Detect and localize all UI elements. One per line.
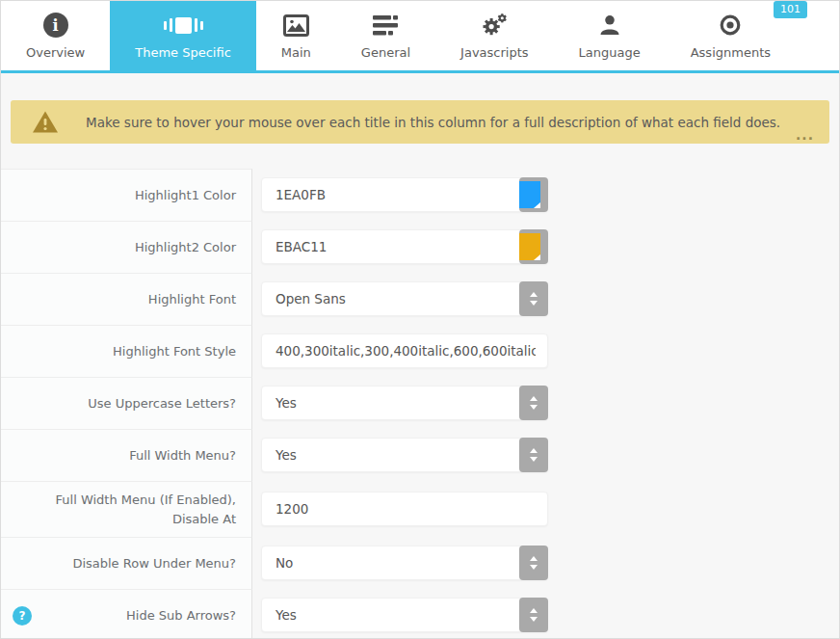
slider-icon: [164, 10, 203, 40]
tab-main[interactable]: Main: [256, 1, 336, 70]
warning-text: Make sure to hover your mouse over each …: [86, 115, 780, 130]
field-label: Full Width Menu?: [1, 429, 252, 481]
gears-icon: [481, 10, 508, 40]
form-row-uppercase-letters: Use Uppercase Letters? Yes: [1, 377, 839, 429]
color-picker-button[interactable]: [519, 229, 548, 264]
form-row-highlight1-color: Highlight1 Color: [1, 169, 839, 221]
user-icon: [598, 10, 621, 40]
tab-general[interactable]: General: [336, 1, 435, 70]
form-row-highlight2-color: Highlight2 Color: [1, 221, 839, 273]
tab-label: Language: [579, 45, 641, 60]
form-row-full-width-disable-at: Full Width Menu (If Enabled), Disable At: [1, 481, 839, 537]
tab-theme-specific[interactable]: Theme Specific: [110, 1, 256, 70]
tab-overview[interactable]: i Overview: [1, 1, 110, 70]
highlight-font-select[interactable]: Open Sans: [261, 281, 548, 316]
warning-banner: Make sure to hover your mouse over each …: [11, 100, 829, 144]
target-icon: [719, 10, 742, 40]
up-down-arrows-icon: [519, 546, 548, 580]
highlight1-color-input[interactable]: [261, 177, 548, 212]
uppercase-letters-select[interactable]: Yes: [261, 386, 548, 420]
color-swatch: [519, 181, 540, 208]
full-width-disable-at-input[interactable]: [261, 492, 548, 526]
up-down-arrows-icon: [519, 598, 548, 632]
info-icon: i: [43, 10, 68, 40]
tab-label: Main: [281, 45, 311, 60]
tab-label: Javascripts: [460, 45, 528, 60]
field-label: Highlight Font: [1, 273, 252, 325]
select-spinner-button[interactable]: [519, 281, 548, 316]
warning-icon: [32, 110, 59, 134]
field-label: Use Uppercase Letters?: [1, 377, 252, 429]
image-icon: [283, 10, 309, 40]
form-row-highlight-font-style: Highlight Font Style: [1, 325, 839, 377]
color-picker-button[interactable]: [519, 177, 548, 212]
select-spinner-button[interactable]: [519, 386, 548, 420]
form-row-hide-sub-arrows: ? Hide Sub Arrows? Yes: [1, 589, 839, 639]
tab-assignments[interactable]: 101 Assignments: [666, 1, 796, 70]
color-swatch: [519, 233, 540, 260]
select-spinner-button[interactable]: [519, 546, 548, 580]
form-row-highlight-font: Highlight Font Open Sans: [1, 273, 839, 325]
theme-settings-form: Highlight1 Color Highlight2 Color: [1, 169, 839, 639]
banner-more-link[interactable]: ...: [796, 127, 814, 143]
field-label: Highlight Font Style: [1, 325, 252, 377]
tab-label: General: [361, 45, 410, 60]
settings-page: i Overview Theme Specific Main: [0, 0, 840, 639]
tab-javascripts[interactable]: Javascripts: [435, 1, 553, 70]
tab-language[interactable]: Language: [554, 1, 666, 70]
select-spinner-button[interactable]: [519, 438, 548, 472]
field-label: Hide Sub Arrows?: [126, 606, 236, 626]
list-icon: [373, 10, 398, 40]
disable-row-under-menu-select[interactable]: No: [261, 546, 548, 580]
assignments-count-badge: 101: [774, 1, 807, 18]
hide-sub-arrows-select[interactable]: Yes: [261, 598, 548, 632]
highlight-font-style-input[interactable]: [261, 333, 548, 368]
field-label: Highlight1 Color: [1, 169, 252, 221]
tab-label: Theme Specific: [135, 45, 231, 60]
form-row-disable-row-under-menu: Disable Row Under Menu? No: [1, 537, 839, 589]
up-down-arrows-icon: [519, 281, 548, 316]
up-down-arrows-icon: [519, 438, 548, 472]
tab-label: Overview: [26, 45, 85, 60]
field-label: Disable Row Under Menu?: [1, 537, 252, 589]
highlight2-color-input[interactable]: [261, 229, 548, 264]
tab-label: Assignments: [691, 45, 771, 60]
select-spinner-button[interactable]: [519, 598, 548, 632]
form-row-full-width-menu: Full Width Menu? Yes: [1, 429, 839, 481]
up-down-arrows-icon: [519, 386, 548, 420]
tab-bar: i Overview Theme Specific Main: [1, 1, 839, 73]
field-label: Full Width Menu (If Enabled), Disable At: [1, 481, 252, 537]
help-icon[interactable]: ?: [13, 606, 32, 626]
field-label: Highlight2 Color: [1, 221, 252, 273]
full-width-menu-select[interactable]: Yes: [261, 438, 548, 472]
